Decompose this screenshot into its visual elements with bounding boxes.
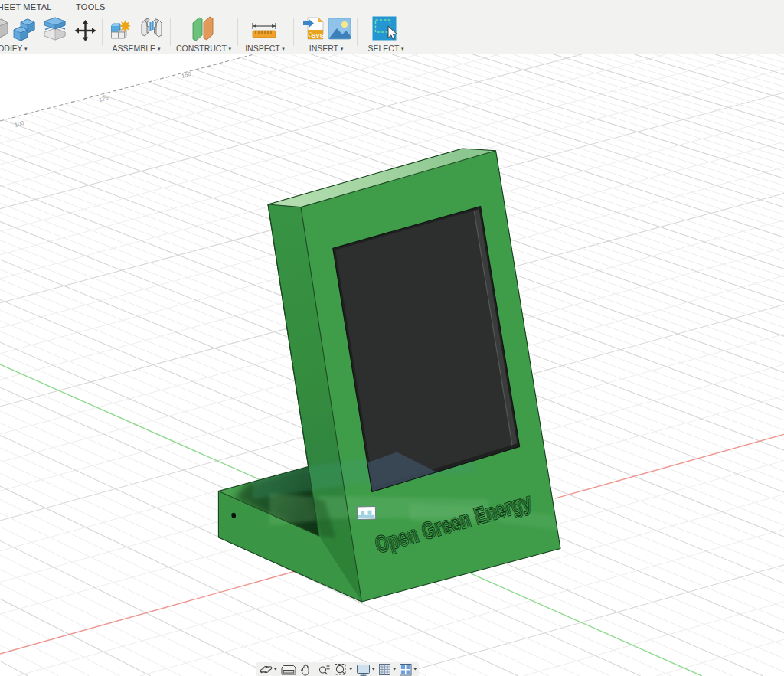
svg-text:125: 125 bbox=[98, 94, 109, 103]
svg-text:SVG: SVG bbox=[312, 32, 325, 39]
svg-text:150: 150 bbox=[181, 70, 192, 80]
